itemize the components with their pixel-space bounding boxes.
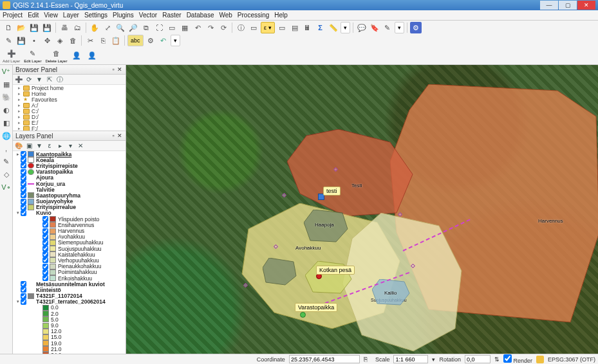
undo-button[interactable]: ↶ bbox=[158, 35, 169, 46]
measure-dropdown[interactable]: ▾ bbox=[341, 22, 350, 33]
layers-remove-button[interactable]: ✕ bbox=[76, 141, 85, 150]
browser-properties-button[interactable]: ⓘ bbox=[55, 75, 64, 84]
bookmark-button[interactable]: 🔖 bbox=[369, 22, 380, 33]
print-composer-button[interactable]: 🖶 bbox=[59, 22, 70, 33]
measure-button[interactable]: 📏 bbox=[328, 22, 339, 33]
layer-row[interactable]: Korjuu_ura bbox=[13, 181, 126, 187]
save-project-button[interactable]: 💾 bbox=[28, 22, 40, 33]
copy-features-button[interactable]: ⎘ bbox=[97, 35, 109, 46]
menu-layer[interactable]: Layer bbox=[63, 12, 79, 19]
scale-field[interactable] bbox=[393, 355, 428, 363]
browser-item[interactable]: ▸Home bbox=[13, 91, 126, 96]
layers-panel-close[interactable]: ✕ bbox=[117, 132, 123, 139]
browser-collapse-button[interactable]: ⇱ bbox=[45, 75, 54, 84]
add-wms-layer-button[interactable]: 🌐 bbox=[1, 131, 12, 141]
add-postgis-layer-button[interactable]: 🐘 bbox=[1, 92, 12, 102]
render-checkbox[interactable] bbox=[503, 354, 512, 363]
layer-row[interactable]: Erityispirrealue bbox=[13, 205, 126, 210]
browser-item[interactable]: ▸A:/ bbox=[13, 102, 126, 108]
layers-expression-button[interactable]: ε bbox=[45, 141, 54, 150]
zoom-native-button[interactable]: ⧉ bbox=[140, 22, 152, 33]
window-minimize-button[interactable]: — bbox=[540, 1, 558, 10]
scale-dropdown-icon[interactable]: ▾ bbox=[432, 356, 435, 363]
layer-row[interactable]: 9.0 bbox=[13, 322, 126, 328]
layers-panel-undock[interactable]: ▫ bbox=[110, 132, 117, 139]
layer-row[interactable]: 0.0 bbox=[13, 305, 126, 311]
add-wfs-layer-button[interactable]: ◇ bbox=[1, 169, 12, 179]
stats-button[interactable]: Σ bbox=[315, 22, 326, 33]
layer-row[interactable]: Varastopaikka bbox=[13, 169, 126, 175]
menu-project[interactable]: Project bbox=[3, 12, 23, 19]
browser-panel-undock[interactable]: ▫ bbox=[110, 66, 117, 73]
add-virtual-layer-button[interactable]: V∘ bbox=[1, 182, 12, 192]
layer-row[interactable]: 19.0 bbox=[13, 340, 126, 346]
menu-edit[interactable]: Edit bbox=[28, 12, 39, 19]
expression-select-button[interactable]: ε ▾ bbox=[261, 22, 275, 33]
layer-row[interactable]: 12.0 bbox=[13, 329, 126, 334]
zoom-next-button[interactable]: ↷ bbox=[205, 22, 216, 33]
layers-add-group-button[interactable]: ▣ bbox=[24, 141, 33, 150]
menu-view[interactable]: View bbox=[44, 12, 58, 19]
identify-button[interactable]: ⓘ bbox=[235, 22, 247, 33]
label-toolbar-item[interactable]: abc bbox=[127, 35, 144, 46]
browser-item[interactable]: ▸F:/ bbox=[13, 125, 126, 131]
move-feature-button[interactable]: ✥ bbox=[41, 35, 53, 46]
browser-filter-button[interactable]: ▼ bbox=[35, 75, 44, 84]
browser-panel-close[interactable]: ✕ bbox=[117, 66, 123, 73]
zoom-selection-button[interactable]: ▭ bbox=[166, 22, 178, 33]
label-settings-button[interactable]: ⚙ bbox=[145, 35, 156, 46]
add-raster-layer-button[interactable]: ▦ bbox=[1, 79, 12, 89]
menu-web[interactable]: Web bbox=[219, 12, 232, 19]
zoom-layer-button[interactable]: ▦ bbox=[179, 22, 191, 33]
zoom-last-button[interactable]: ↶ bbox=[192, 22, 203, 33]
crs-label[interactable]: EPSG:3067 (OTF) bbox=[548, 356, 595, 363]
map-tips-button[interactable]: 💬 bbox=[356, 22, 368, 33]
coordinate-field[interactable] bbox=[289, 355, 360, 363]
menu-settings[interactable]: Settings bbox=[84, 12, 107, 19]
edit-layer-button[interactable]: ✎ bbox=[27, 48, 39, 59]
layers-filter-button[interactable]: ▼ bbox=[35, 141, 44, 150]
layers-style-button[interactable]: 🎨 bbox=[14, 141, 23, 150]
delete-layer-button[interactable]: 🗑 bbox=[50, 48, 62, 59]
layer-row[interactable]: 15.0 bbox=[13, 334, 126, 340]
cut-features-button[interactable]: ✂ bbox=[84, 35, 96, 46]
rotation-field[interactable] bbox=[465, 355, 491, 363]
browser-item[interactable]: ▸C:/ bbox=[13, 108, 126, 114]
coordinate-lock-icon[interactable]: ⎘ bbox=[364, 356, 371, 363]
user-button-1[interactable]: 👤 bbox=[71, 50, 82, 61]
layers-expand-button[interactable]: ▸ bbox=[55, 141, 64, 150]
refresh-button[interactable]: ⟳ bbox=[218, 22, 229, 33]
zoom-full-button[interactable]: ⛶ bbox=[153, 22, 165, 33]
layer-row[interactable]: Ajoura bbox=[13, 175, 126, 181]
crs-icon[interactable] bbox=[536, 356, 544, 363]
browser-tree[interactable]: ▸Project home▸Home▸★Favourites▸A:/▸C:/▸D… bbox=[13, 85, 126, 131]
toggle-editing-button[interactable]: ✎ bbox=[3, 35, 14, 46]
save-edits-button[interactable]: 💾 bbox=[15, 35, 27, 46]
browser-item[interactable]: ▸D:/ bbox=[13, 114, 126, 120]
browser-refresh-button[interactable]: ⟳ bbox=[24, 75, 33, 84]
new-shapefile-button[interactable]: ✎ bbox=[1, 156, 12, 167]
attribute-table-button[interactable]: ▤ bbox=[289, 22, 301, 33]
layer-row[interactable]: ▸Kaantopaikka bbox=[13, 151, 126, 157]
paste-features-button[interactable]: 📋 bbox=[110, 35, 122, 46]
browser-item[interactable]: ▸E:/ bbox=[13, 120, 126, 125]
add-feature-button[interactable]: • bbox=[28, 35, 40, 46]
layers-collapse-button[interactable]: ▾ bbox=[66, 141, 75, 150]
user-button-2[interactable]: 👤 bbox=[86, 50, 98, 61]
add-vector-layer-button[interactable]: V⁺ bbox=[1, 66, 12, 77]
menu-plugins[interactable]: Plugins bbox=[113, 12, 134, 19]
pan-button[interactable]: ✋ bbox=[89, 22, 100, 33]
pan-selection-button[interactable]: ⤢ bbox=[102, 22, 113, 33]
layer-row[interactable]: ▾T4321F_terratec_20062014 bbox=[13, 299, 126, 305]
save-as-button[interactable]: 💾 bbox=[41, 22, 53, 33]
select-button[interactable]: ▭ bbox=[248, 22, 259, 33]
open-project-button[interactable]: 📂 bbox=[15, 22, 27, 33]
deselect-button[interactable]: ▭ bbox=[276, 22, 288, 33]
rotation-stepper-icon[interactable]: ⇅ bbox=[494, 356, 500, 363]
annotation-dropdown[interactable]: ▾ bbox=[395, 22, 404, 33]
layer-row[interactable]: 5.0 bbox=[13, 316, 126, 322]
map-canvas[interactable]: Harvennus Testi Avohakkuu Haapoja Suojus… bbox=[126, 65, 598, 354]
menu-help[interactable]: Help bbox=[274, 12, 288, 19]
add-layer-button[interactable]: ➕ bbox=[6, 48, 17, 59]
menu-processing[interactable]: Processing bbox=[238, 12, 269, 19]
